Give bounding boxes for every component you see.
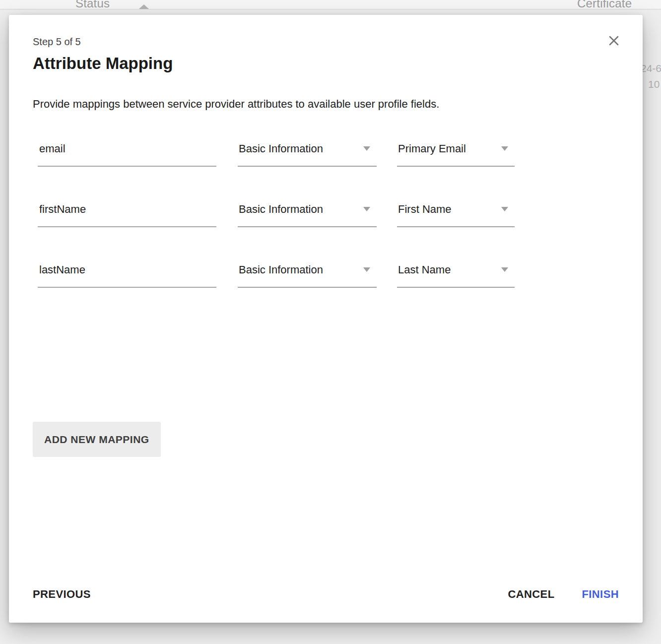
category-dropdown[interactable]: Basic Information (238, 142, 377, 167)
footer-right-actions: CANCEL FINISH (508, 588, 619, 601)
mapping-rows: Basic Information Primary Email Basic In… (38, 142, 619, 288)
mapping-row: Basic Information Last Name (38, 263, 619, 288)
category-dropdown[interactable]: Basic Information (238, 263, 377, 288)
step-indicator: Step 5 of 5 (33, 36, 619, 48)
cancel-button[interactable]: CANCEL (508, 588, 554, 601)
sp-attribute-input[interactable] (38, 142, 216, 167)
profile-field-dropdown-value: First Name (397, 202, 452, 216)
background-clipped-text: 10 (648, 78, 660, 90)
finish-button[interactable]: FINISH (582, 588, 619, 601)
chevron-down-icon (363, 207, 370, 211)
previous-button[interactable]: PREVIOUS (33, 588, 91, 601)
chevron-down-icon (501, 207, 508, 211)
profile-field-dropdown-value: Last Name (397, 263, 451, 277)
chevron-down-icon (363, 146, 370, 151)
attribute-mapping-dialog: Step 5 of 5 Attribute Mapping Provide ma… (9, 15, 643, 623)
column-header-status: Status (75, 0, 110, 10)
category-dropdown[interactable]: Basic Information (238, 202, 377, 227)
dialog-content: Step 5 of 5 Attribute Mapping Provide ma… (9, 15, 643, 623)
category-dropdown-value: Basic Information (238, 202, 323, 216)
chevron-down-icon (363, 267, 370, 272)
chevron-down-icon (501, 146, 508, 151)
close-button[interactable] (607, 34, 621, 48)
category-dropdown-value: Basic Information (238, 142, 323, 156)
mapping-row: Basic Information Primary Email (38, 142, 619, 167)
sort-ascending-icon (139, 4, 149, 9)
dialog-title: Attribute Mapping (33, 53, 619, 74)
column-header-certificate: Certificate (577, 0, 632, 10)
add-new-mapping-button[interactable]: ADD NEW MAPPING (33, 422, 161, 457)
profile-field-dropdown-value: Primary Email (397, 142, 466, 156)
profile-field-dropdown[interactable]: Primary Email (397, 142, 515, 167)
profile-field-dropdown[interactable]: First Name (397, 202, 515, 227)
profile-field-dropdown[interactable]: Last Name (397, 263, 515, 288)
sp-attribute-input[interactable] (38, 202, 216, 227)
sp-attribute-input[interactable] (38, 263, 216, 288)
category-dropdown-value: Basic Information (238, 263, 323, 277)
chevron-down-icon (501, 267, 508, 272)
mapping-row: Basic Information First Name (38, 202, 619, 227)
background-clipped-text: 24-6 (641, 63, 661, 74)
dialog-footer: PREVIOUS CANCEL FINISH (33, 588, 619, 601)
dialog-description: Provide mappings between service provide… (33, 97, 619, 111)
close-icon (608, 35, 619, 46)
page-root: { "background": { "status_column_header"… (0, 0, 661, 644)
